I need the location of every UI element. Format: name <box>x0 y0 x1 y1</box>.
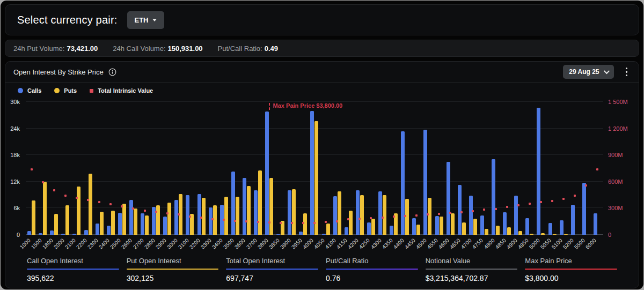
call-bar <box>503 212 507 235</box>
call-bar <box>84 230 88 235</box>
select-currency-label: Select currency pair: <box>17 14 118 26</box>
call-bar <box>243 178 246 235</box>
bar-group-4600 <box>445 102 456 235</box>
call-bar <box>345 227 348 235</box>
open-interest-card: Open Interest By Strike Price 29 Aug 25 … <box>5 61 639 288</box>
intrinsic-value-dot <box>325 221 327 223</box>
legend-item-total-intrinsic-value[interactable]: Total Intrinsic Value <box>90 87 153 94</box>
put-bar <box>54 214 58 235</box>
put-bar <box>32 200 35 235</box>
intrinsic-value-dot <box>121 205 123 207</box>
app-screen: Select currency pair: ETH 24h Put Volume… <box>1 1 643 289</box>
footer-stat-put-call-ratio: Put/Call Ratio0.76 <box>326 257 418 282</box>
bar-group-3900 <box>286 102 297 235</box>
bar-group-4000 <box>309 102 320 235</box>
put-bar <box>111 211 115 235</box>
legend-swatch-icon <box>54 88 60 93</box>
y-tick-right: 900M <box>608 152 623 158</box>
intrinsic-value-dot <box>404 215 406 217</box>
footer-stat-underline <box>226 269 318 270</box>
call-bar <box>412 218 416 235</box>
footer-stat-underline <box>27 269 119 270</box>
y-tick-left: 0 <box>17 232 20 238</box>
call-bar <box>310 111 314 235</box>
intrinsic-value-dot <box>449 212 451 214</box>
bar-group-4650 <box>456 102 467 235</box>
put-bar <box>145 215 149 235</box>
intrinsic-value-dot <box>495 208 497 210</box>
volume-stat-1: 24h Call Volume:150,931.00 <box>113 44 202 53</box>
put-bar <box>462 222 466 235</box>
legend-label: Puts <box>64 87 77 94</box>
footer-stat-label: Put/Call Ratio <box>326 257 418 265</box>
legend-item-puts[interactable]: Puts <box>54 87 77 94</box>
call-bar <box>231 172 235 235</box>
currency-pair-value: ETH <box>135 16 149 24</box>
intrinsic-value-dot <box>64 195 67 197</box>
y-tick-right: 300M <box>608 205 623 211</box>
bar-group-2500 <box>116 102 128 235</box>
expiry-date-value: 29 Aug 25 <box>569 68 599 76</box>
call-bar <box>548 223 552 235</box>
call-bar <box>390 226 393 235</box>
intrinsic-value-dot <box>53 189 55 191</box>
intrinsic-value-dot <box>472 210 474 212</box>
y-tick-left: 24k <box>10 125 20 132</box>
call-bar <box>197 194 201 235</box>
y-tick-right: 1 200M <box>608 125 628 132</box>
intrinsic-value-dot <box>189 215 191 218</box>
bar-group-3850 <box>275 102 286 235</box>
put-bar <box>440 217 443 235</box>
intrinsic-value-dot <box>427 213 429 215</box>
put-bar <box>326 224 330 235</box>
put-bar <box>258 170 262 235</box>
footer-stat-value: $3,215,364,702.87 <box>426 274 518 282</box>
bar-group-2800 <box>150 102 162 235</box>
bar-group-2300 <box>94 102 105 235</box>
footer-stat-label: Max Pain Price <box>525 257 617 265</box>
call-bar <box>514 196 518 235</box>
more-options-button[interactable] <box>623 65 631 79</box>
y-tick-left: 18k <box>10 152 20 158</box>
intrinsic-value-dot <box>370 217 372 219</box>
put-bar <box>65 205 69 235</box>
bar-group-2200 <box>82 102 93 235</box>
info-icon[interactable] <box>108 68 116 76</box>
legend-label: Calls <box>27 87 41 94</box>
currency-pair-dropdown[interactable]: ETH <box>127 11 164 29</box>
put-bar <box>451 213 455 235</box>
footer-stat-call-open-interest: Call Open Interest395,622 <box>27 257 119 282</box>
put-bar <box>473 219 477 235</box>
legend-label: Total Intrinsic Value <box>98 87 153 94</box>
bar-group-3400 <box>218 102 230 235</box>
put-bar <box>518 231 522 235</box>
footer-stat-underline <box>525 269 617 270</box>
bar-group-3200 <box>195 102 207 235</box>
call-bar <box>594 213 597 235</box>
chart-legend: CallsPutsTotal Intrinsic Value <box>5 83 639 98</box>
call-bar <box>333 196 337 235</box>
chart-area: 06k12k18k24k30k 0300M600M900M1 200M1 500… <box>5 98 639 235</box>
legend-swatch-icon <box>18 88 23 93</box>
call-bar <box>582 183 586 235</box>
footer-stat-value: 302,125 <box>127 274 219 282</box>
call-bar <box>367 222 371 235</box>
footer-stat-underline <box>127 269 219 270</box>
call-bar <box>254 190 258 235</box>
call-bar <box>356 190 360 235</box>
call-bar <box>50 230 54 235</box>
footer-stats: Call Open Interest395,622Put Open Intere… <box>5 257 639 282</box>
bar-group-4900 <box>513 102 524 235</box>
call-bar <box>480 215 484 235</box>
y-tick-left: 30k <box>10 99 20 105</box>
put-bar <box>485 229 488 235</box>
call-bar <box>560 220 564 235</box>
call-bar <box>209 207 213 235</box>
legend-swatch-icon <box>90 89 93 93</box>
put-bar <box>269 178 273 235</box>
legend-item-calls[interactable]: Calls <box>18 87 41 94</box>
bar-group-4350 <box>388 102 399 235</box>
bar-group-3950 <box>297 102 309 235</box>
call-bar <box>525 218 529 235</box>
expiry-date-selector[interactable]: 29 Aug 25 <box>563 65 613 79</box>
